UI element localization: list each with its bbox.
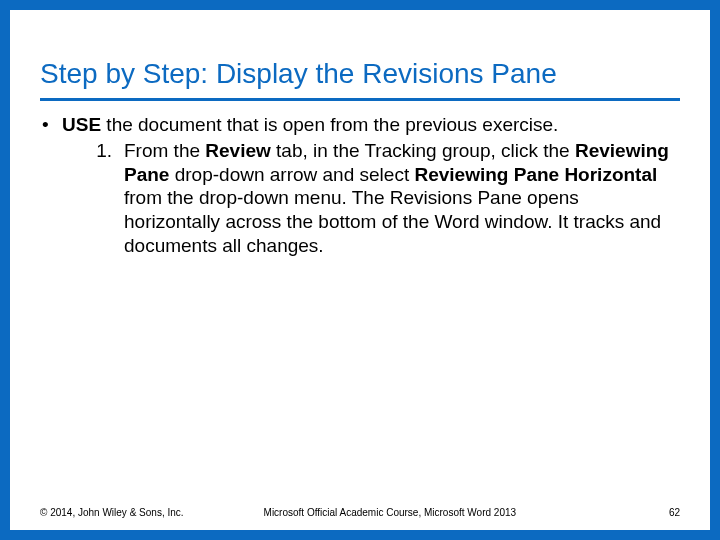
bullet-item: • USE the document that is open from the… — [40, 113, 680, 258]
number-marker: 1. — [90, 139, 124, 258]
bullet-lead-rest: the document that is open from the previ… — [101, 114, 558, 135]
t1: From the — [124, 140, 205, 161]
t3: tab, in the Tracking group, click the — [271, 140, 575, 161]
title-underline — [40, 98, 680, 101]
t7: from the drop-down menu. The Revisions P… — [124, 187, 661, 256]
bullet-marker: • — [40, 113, 62, 258]
footer-copyright: © 2014, John Wiley & Sons, Inc. — [40, 507, 184, 518]
t5: drop-down arrow and select — [175, 164, 415, 185]
list-item: 1. From the Review tab, in the Tracking … — [62, 139, 680, 258]
slide-title: Step by Step: Display the Revisions Pane — [40, 58, 680, 96]
bullet-text: USE the document that is open from the p… — [62, 113, 680, 258]
step-text: From the Review tab, in the Tracking gro… — [124, 139, 680, 258]
bullet-lead-bold: USE — [62, 114, 101, 135]
slide-content: • USE the document that is open from the… — [40, 113, 680, 258]
numbered-list: 1. From the Review tab, in the Tracking … — [62, 139, 680, 258]
slide-frame: Step by Step: Display the Revisions Pane… — [0, 0, 720, 540]
t6: Reviewing Pane Horizontal — [414, 164, 657, 185]
slide-footer: © 2014, John Wiley & Sons, Inc. Microsof… — [40, 507, 680, 518]
footer-center: Microsoft Official Academic Course, Micr… — [184, 507, 669, 518]
footer-page-number: 62 — [669, 507, 680, 518]
t2: Review — [205, 140, 270, 161]
